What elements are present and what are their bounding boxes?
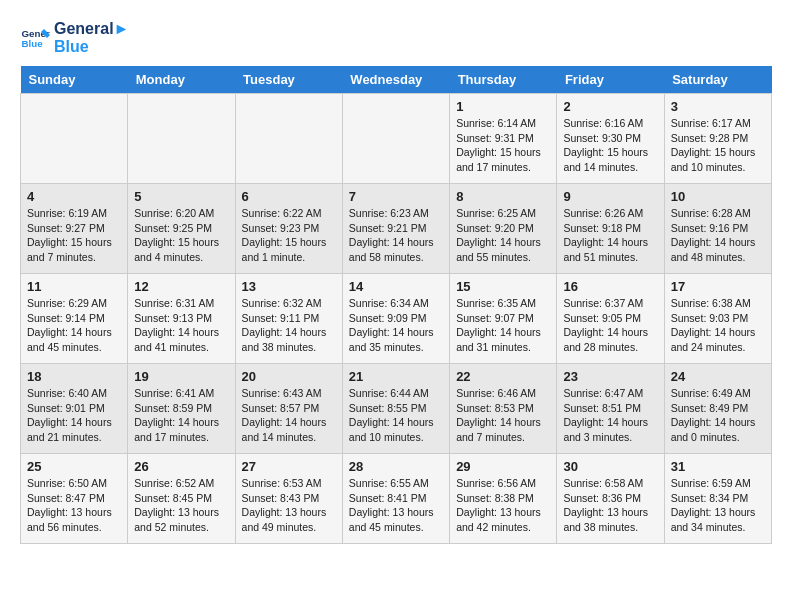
day-detail: Sunrise: 6:38 AMSunset: 9:03 PMDaylight:…	[671, 296, 765, 355]
day-number: 22	[456, 369, 550, 384]
calendar-cell: 8Sunrise: 6:25 AMSunset: 9:20 PMDaylight…	[450, 184, 557, 274]
calendar-cell: 4Sunrise: 6:19 AMSunset: 9:27 PMDaylight…	[21, 184, 128, 274]
day-number: 27	[242, 459, 336, 474]
calendar-cell: 5Sunrise: 6:20 AMSunset: 9:25 PMDaylight…	[128, 184, 235, 274]
logo-line1: General►	[54, 20, 129, 38]
calendar-cell: 28Sunrise: 6:55 AMSunset: 8:41 PMDayligh…	[342, 454, 449, 544]
day-detail: Sunrise: 6:40 AMSunset: 9:01 PMDaylight:…	[27, 386, 121, 445]
calendar-cell: 9Sunrise: 6:26 AMSunset: 9:18 PMDaylight…	[557, 184, 664, 274]
day-detail: Sunrise: 6:29 AMSunset: 9:14 PMDaylight:…	[27, 296, 121, 355]
calendar-cell: 2Sunrise: 6:16 AMSunset: 9:30 PMDaylight…	[557, 94, 664, 184]
calendar-week-4: 18Sunrise: 6:40 AMSunset: 9:01 PMDayligh…	[21, 364, 772, 454]
day-detail: Sunrise: 6:47 AMSunset: 8:51 PMDaylight:…	[563, 386, 657, 445]
logo: General Blue General► Blue	[20, 20, 129, 56]
calendar-cell: 30Sunrise: 6:58 AMSunset: 8:36 PMDayligh…	[557, 454, 664, 544]
page-header: General Blue General► Blue	[20, 20, 772, 56]
calendar-cell: 17Sunrise: 6:38 AMSunset: 9:03 PMDayligh…	[664, 274, 771, 364]
weekday-header-tuesday: Tuesday	[235, 66, 342, 94]
weekday-header-wednesday: Wednesday	[342, 66, 449, 94]
day-detail: Sunrise: 6:32 AMSunset: 9:11 PMDaylight:…	[242, 296, 336, 355]
day-detail: Sunrise: 6:28 AMSunset: 9:16 PMDaylight:…	[671, 206, 765, 265]
day-number: 9	[563, 189, 657, 204]
calendar-cell: 15Sunrise: 6:35 AMSunset: 9:07 PMDayligh…	[450, 274, 557, 364]
calendar-cell: 29Sunrise: 6:56 AMSunset: 8:38 PMDayligh…	[450, 454, 557, 544]
day-number: 13	[242, 279, 336, 294]
day-number: 24	[671, 369, 765, 384]
day-number: 18	[27, 369, 121, 384]
day-detail: Sunrise: 6:56 AMSunset: 8:38 PMDaylight:…	[456, 476, 550, 535]
weekday-header-friday: Friday	[557, 66, 664, 94]
day-number: 5	[134, 189, 228, 204]
day-detail: Sunrise: 6:35 AMSunset: 9:07 PMDaylight:…	[456, 296, 550, 355]
day-number: 14	[349, 279, 443, 294]
day-number: 16	[563, 279, 657, 294]
day-detail: Sunrise: 6:31 AMSunset: 9:13 PMDaylight:…	[134, 296, 228, 355]
calendar-cell: 18Sunrise: 6:40 AMSunset: 9:01 PMDayligh…	[21, 364, 128, 454]
day-detail: Sunrise: 6:19 AMSunset: 9:27 PMDaylight:…	[27, 206, 121, 265]
day-detail: Sunrise: 6:37 AMSunset: 9:05 PMDaylight:…	[563, 296, 657, 355]
day-detail: Sunrise: 6:16 AMSunset: 9:30 PMDaylight:…	[563, 116, 657, 175]
weekday-header-thursday: Thursday	[450, 66, 557, 94]
calendar-cell: 12Sunrise: 6:31 AMSunset: 9:13 PMDayligh…	[128, 274, 235, 364]
calendar-cell: 13Sunrise: 6:32 AMSunset: 9:11 PMDayligh…	[235, 274, 342, 364]
day-detail: Sunrise: 6:23 AMSunset: 9:21 PMDaylight:…	[349, 206, 443, 265]
day-number: 26	[134, 459, 228, 474]
calendar-cell: 1Sunrise: 6:14 AMSunset: 9:31 PMDaylight…	[450, 94, 557, 184]
day-number: 21	[349, 369, 443, 384]
calendar-table: SundayMondayTuesdayWednesdayThursdayFrid…	[20, 66, 772, 544]
calendar-cell: 31Sunrise: 6:59 AMSunset: 8:34 PMDayligh…	[664, 454, 771, 544]
calendar-cell: 19Sunrise: 6:41 AMSunset: 8:59 PMDayligh…	[128, 364, 235, 454]
calendar-cell: 22Sunrise: 6:46 AMSunset: 8:53 PMDayligh…	[450, 364, 557, 454]
calendar-cell: 26Sunrise: 6:52 AMSunset: 8:45 PMDayligh…	[128, 454, 235, 544]
day-detail: Sunrise: 6:14 AMSunset: 9:31 PMDaylight:…	[456, 116, 550, 175]
day-number: 7	[349, 189, 443, 204]
day-detail: Sunrise: 6:55 AMSunset: 8:41 PMDaylight:…	[349, 476, 443, 535]
day-number: 1	[456, 99, 550, 114]
calendar-week-5: 25Sunrise: 6:50 AMSunset: 8:47 PMDayligh…	[21, 454, 772, 544]
day-number: 30	[563, 459, 657, 474]
calendar-cell	[128, 94, 235, 184]
day-number: 4	[27, 189, 121, 204]
day-detail: Sunrise: 6:22 AMSunset: 9:23 PMDaylight:…	[242, 206, 336, 265]
day-detail: Sunrise: 6:59 AMSunset: 8:34 PMDaylight:…	[671, 476, 765, 535]
day-number: 17	[671, 279, 765, 294]
day-number: 28	[349, 459, 443, 474]
day-number: 23	[563, 369, 657, 384]
day-number: 20	[242, 369, 336, 384]
weekday-header-saturday: Saturday	[664, 66, 771, 94]
day-detail: Sunrise: 6:52 AMSunset: 8:45 PMDaylight:…	[134, 476, 228, 535]
calendar-cell: 21Sunrise: 6:44 AMSunset: 8:55 PMDayligh…	[342, 364, 449, 454]
day-detail: Sunrise: 6:43 AMSunset: 8:57 PMDaylight:…	[242, 386, 336, 445]
calendar-header: SundayMondayTuesdayWednesdayThursdayFrid…	[21, 66, 772, 94]
day-detail: Sunrise: 6:41 AMSunset: 8:59 PMDaylight:…	[134, 386, 228, 445]
day-number: 25	[27, 459, 121, 474]
day-number: 2	[563, 99, 657, 114]
calendar-cell: 10Sunrise: 6:28 AMSunset: 9:16 PMDayligh…	[664, 184, 771, 274]
day-detail: Sunrise: 6:49 AMSunset: 8:49 PMDaylight:…	[671, 386, 765, 445]
weekday-header-sunday: Sunday	[21, 66, 128, 94]
day-detail: Sunrise: 6:53 AMSunset: 8:43 PMDaylight:…	[242, 476, 336, 535]
calendar-week-1: 1Sunrise: 6:14 AMSunset: 9:31 PMDaylight…	[21, 94, 772, 184]
calendar-week-3: 11Sunrise: 6:29 AMSunset: 9:14 PMDayligh…	[21, 274, 772, 364]
day-detail: Sunrise: 6:46 AMSunset: 8:53 PMDaylight:…	[456, 386, 550, 445]
calendar-cell: 25Sunrise: 6:50 AMSunset: 8:47 PMDayligh…	[21, 454, 128, 544]
day-detail: Sunrise: 6:20 AMSunset: 9:25 PMDaylight:…	[134, 206, 228, 265]
day-detail: Sunrise: 6:26 AMSunset: 9:18 PMDaylight:…	[563, 206, 657, 265]
logo-line2: Blue	[54, 38, 129, 56]
calendar-cell: 11Sunrise: 6:29 AMSunset: 9:14 PMDayligh…	[21, 274, 128, 364]
day-number: 3	[671, 99, 765, 114]
logo-icon: General Blue	[20, 23, 50, 53]
calendar-cell: 3Sunrise: 6:17 AMSunset: 9:28 PMDaylight…	[664, 94, 771, 184]
day-detail: Sunrise: 6:44 AMSunset: 8:55 PMDaylight:…	[349, 386, 443, 445]
weekday-header-monday: Monday	[128, 66, 235, 94]
day-number: 6	[242, 189, 336, 204]
calendar-cell: 6Sunrise: 6:22 AMSunset: 9:23 PMDaylight…	[235, 184, 342, 274]
day-number: 29	[456, 459, 550, 474]
calendar-cell: 24Sunrise: 6:49 AMSunset: 8:49 PMDayligh…	[664, 364, 771, 454]
day-number: 15	[456, 279, 550, 294]
day-detail: Sunrise: 6:25 AMSunset: 9:20 PMDaylight:…	[456, 206, 550, 265]
calendar-cell: 23Sunrise: 6:47 AMSunset: 8:51 PMDayligh…	[557, 364, 664, 454]
day-detail: Sunrise: 6:58 AMSunset: 8:36 PMDaylight:…	[563, 476, 657, 535]
svg-text:Blue: Blue	[22, 38, 44, 49]
calendar-cell: 20Sunrise: 6:43 AMSunset: 8:57 PMDayligh…	[235, 364, 342, 454]
